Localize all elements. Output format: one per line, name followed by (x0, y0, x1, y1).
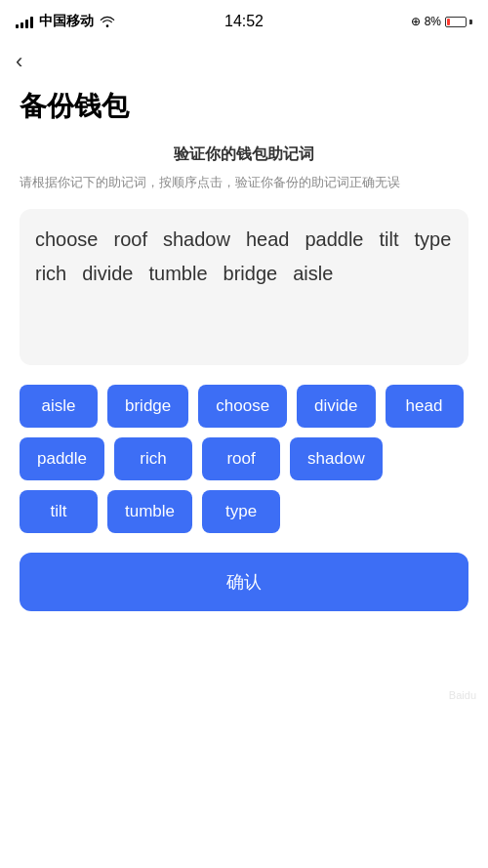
display-word: type (414, 228, 451, 251)
carrier-name: 中国移动 (39, 13, 94, 30)
battery-icon (445, 17, 472, 27)
display-word: head (246, 228, 290, 251)
word-button-grid: aislebridgechoosedivideheadpaddlerichroo… (0, 385, 488, 533)
display-word: choose (35, 228, 99, 251)
word-button[interactable]: bridge (107, 385, 188, 428)
verify-heading: 验证你的钱包助记词 (20, 145, 468, 165)
battery-area: ⊕ 8% (411, 15, 472, 28)
word-button[interactable]: paddle (20, 437, 104, 480)
carrier-signal: 中国移动 (16, 13, 115, 30)
back-arrow-icon: ‹ (16, 51, 22, 72)
display-word: rich (35, 263, 66, 285)
display-word: roof (114, 228, 147, 251)
back-button[interactable]: ‹ (0, 43, 488, 80)
page-title: 备份钱包 (0, 80, 488, 145)
display-word: shadow (163, 228, 230, 251)
status-time: 14:52 (224, 13, 264, 30)
confirm-button[interactable]: 确认 (20, 553, 468, 611)
display-word: aisle (293, 263, 333, 285)
word-button[interactable]: roof (202, 437, 280, 480)
word-display-box: chooseroofshadowheadpaddletilttyperichdi… (20, 209, 468, 365)
watermark: Baidu (449, 689, 476, 701)
display-word: divide (82, 263, 133, 285)
status-bar: 中国移动 14:52 ⊕ 8% (0, 0, 488, 43)
verify-description: 请根据你记下的助记词，按顺序点击，验证你备份的助记词正确无误 (20, 173, 468, 193)
word-button[interactable]: tumble (107, 490, 192, 533)
bottom-area: Baidu (0, 611, 488, 709)
signal-icon (16, 15, 33, 28)
word-button[interactable]: divide (297, 385, 375, 428)
display-word: paddle (305, 228, 363, 251)
display-word: bridge (224, 263, 278, 285)
word-button[interactable]: shadow (290, 437, 383, 480)
wifi-icon (100, 16, 115, 27)
verify-section: 验证你的钱包助记词 请根据你记下的助记词，按顺序点击，验证你备份的助记词正确无误… (0, 145, 488, 365)
display-word: tilt (379, 228, 398, 251)
word-button[interactable]: aisle (20, 385, 98, 428)
battery-percent: 8% (425, 15, 441, 28)
confirm-button-wrap: 确认 (0, 553, 488, 611)
word-button[interactable]: tilt (20, 490, 98, 533)
display-word: tumble (149, 263, 208, 285)
word-button[interactable]: choose (198, 385, 287, 428)
word-button[interactable]: type (202, 490, 280, 533)
word-button[interactable]: rich (114, 437, 192, 480)
word-button[interactable]: head (386, 385, 464, 428)
charge-icon: ⊕ (411, 15, 421, 28)
